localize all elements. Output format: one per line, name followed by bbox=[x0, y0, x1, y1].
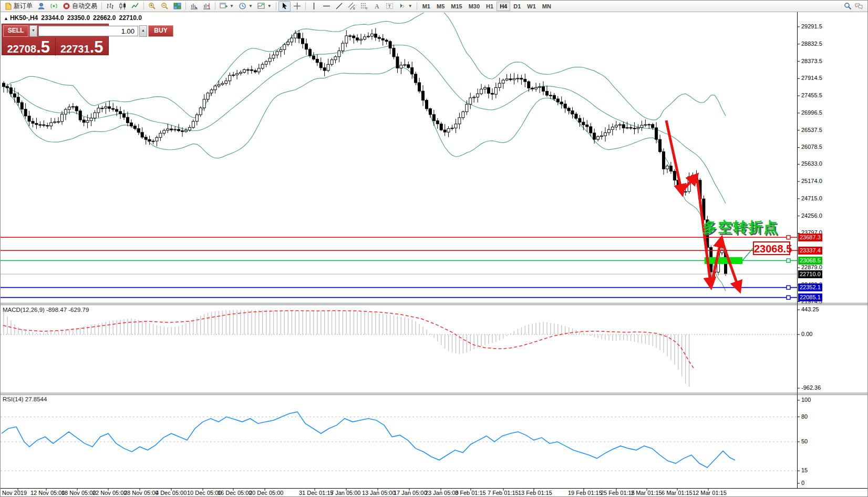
new-order-button[interactable]: 新订单 bbox=[2, 1, 35, 12]
chart-ohlc-header: ▲HK50-,H423344.023350.022662.022710.0 bbox=[4, 14, 145, 22]
time-axis-label: 4 Dec 05:00 bbox=[156, 490, 187, 496]
bar-chart-icon bbox=[106, 2, 114, 10]
channel-tool[interactable]: E bbox=[346, 1, 358, 12]
timeframe-m1[interactable]: M1 bbox=[419, 2, 433, 11]
clock-icon bbox=[239, 2, 246, 10]
signals-icon bbox=[50, 2, 58, 10]
autotrading-icon bbox=[63, 2, 70, 10]
chart-shift-button[interactable] bbox=[201, 1, 213, 12]
horizontal-line-icon bbox=[323, 2, 330, 10]
axis-tick-label: 25174.0 bbox=[801, 178, 822, 184]
collapse-arrow-icon[interactable]: ▲ bbox=[4, 16, 8, 21]
horizontal-line-object[interactable] bbox=[1, 249, 797, 252]
axis-tick-label: 27455.5 bbox=[801, 92, 822, 98]
candlestick-series bbox=[3, 28, 727, 278]
auto-scroll-icon bbox=[190, 2, 198, 10]
horizontal-line-object[interactable] bbox=[1, 259, 797, 262]
new-order-icon bbox=[4, 2, 12, 10]
main-price-panel bbox=[3, 8, 727, 291]
autotrading-button[interactable]: 自动交易 bbox=[60, 1, 99, 12]
chat-icon[interactable] bbox=[855, 2, 863, 10]
axis-tick-label: 22879.0 bbox=[801, 264, 822, 270]
bar-chart-mode-button[interactable] bbox=[104, 1, 116, 12]
axis-tick-label: 28373.5 bbox=[801, 58, 822, 64]
timeframe-m30[interactable]: M30 bbox=[466, 2, 483, 11]
svg-text:F: F bbox=[366, 7, 368, 10]
volume-input[interactable] bbox=[38, 26, 138, 36]
timeframe-d1[interactable]: D1 bbox=[510, 2, 524, 11]
timeframe-m5[interactable]: M5 bbox=[433, 2, 448, 11]
main-toolbar: 新订单 自动交易 bbox=[1, 1, 867, 12]
new-chart-button[interactable]: ▼ bbox=[218, 1, 236, 12]
bollinger-middle-band bbox=[4, 45, 726, 204]
zoom-in-button[interactable] bbox=[146, 1, 158, 12]
arrows-tool[interactable]: ▼ bbox=[396, 1, 415, 12]
signals-button[interactable] bbox=[48, 1, 60, 12]
horizontal-line-object[interactable] bbox=[1, 286, 797, 289]
buy-price[interactable]: 22731.5 bbox=[56, 38, 109, 56]
sell-button[interactable]: SELL bbox=[3, 25, 28, 37]
fibonacci-tool[interactable]: F bbox=[358, 1, 370, 12]
timeframe-m15[interactable]: M15 bbox=[448, 2, 465, 11]
time-axis-label: Nov 2019 bbox=[2, 490, 27, 496]
price-axis-label: 23068.5 bbox=[798, 257, 822, 265]
trendline-tool[interactable] bbox=[333, 1, 345, 12]
text-tool[interactable]: A bbox=[371, 1, 383, 12]
chart-canvas bbox=[1, 1, 868, 497]
timeframe-w1[interactable]: W1 bbox=[524, 2, 539, 11]
axis-tick-label: 100 bbox=[801, 397, 811, 403]
high-value: 23350.0 bbox=[67, 14, 90, 22]
toolbar-separator bbox=[101, 2, 102, 10]
autotrading-label: 自动交易 bbox=[72, 2, 97, 11]
text-label-tool[interactable]: T bbox=[384, 1, 396, 12]
trendline-icon bbox=[335, 2, 343, 10]
horizontal-line-object[interactable] bbox=[1, 236, 797, 239]
time-axis-label: 20 Dec 05:00 bbox=[249, 490, 283, 496]
timeframe-h4[interactable]: H4 bbox=[497, 2, 510, 11]
volume-decrease-button[interactable]: ▼ bbox=[29, 25, 37, 37]
arrows-icon bbox=[398, 2, 406, 10]
vertical-line-tool[interactable] bbox=[308, 1, 320, 12]
time-axis-label: 3 Feb 01:15 bbox=[455, 490, 486, 496]
time-axis-label: 31 Dec 01:15 bbox=[299, 490, 333, 496]
dropdown-caret: ▼ bbox=[408, 4, 412, 8]
periods-button[interactable]: ▼ bbox=[236, 1, 255, 12]
time-axis-label: 2 Mar 01:15 bbox=[631, 490, 662, 496]
svg-text:A: A bbox=[375, 3, 379, 10]
text-label-icon: T bbox=[386, 2, 394, 10]
time-axis-label: 10 Dec 05:00 bbox=[187, 490, 221, 496]
candlestick-mode-button[interactable] bbox=[117, 1, 129, 12]
axis-tick-label: 26537.5 bbox=[801, 127, 822, 133]
zoom-out-icon bbox=[161, 2, 169, 10]
horizontal-line-tool[interactable] bbox=[321, 1, 333, 12]
price-annotation-box[interactable]: 23068.5 bbox=[753, 241, 790, 255]
annotation-text[interactable]: 多空转折点 bbox=[702, 218, 779, 237]
toolbar-separator bbox=[185, 2, 186, 10]
toolbar-separator bbox=[143, 2, 144, 10]
community-button[interactable] bbox=[35, 1, 47, 12]
support-zone-highlight[interactable] bbox=[705, 257, 742, 264]
line-chart-mode-button[interactable] bbox=[129, 1, 141, 12]
axis-tick-label: 26996.5 bbox=[801, 109, 822, 116]
buy-button[interactable]: BUY bbox=[148, 25, 173, 37]
symbol-search-icon[interactable] bbox=[844, 2, 852, 10]
svg-text:E: E bbox=[353, 7, 355, 10]
auto-scroll-button[interactable] bbox=[188, 1, 200, 12]
tile-windows-icon bbox=[173, 2, 181, 10]
cursor-tool-button[interactable] bbox=[278, 1, 291, 12]
axis-tick-label: 27914.5 bbox=[801, 75, 822, 81]
axis-tick-label: 80 bbox=[801, 413, 808, 420]
volume-increase-button[interactable]: ▲ bbox=[139, 25, 147, 37]
price-axis-label: 22085.1 bbox=[798, 293, 822, 301]
zoom-out-button[interactable] bbox=[159, 1, 171, 12]
horizontal-line-object[interactable] bbox=[1, 296, 797, 299]
sell-price[interactable]: 22708.5 bbox=[2, 38, 55, 56]
axis-tick-label: 0 bbox=[801, 480, 804, 486]
tile-windows-button[interactable] bbox=[171, 1, 183, 12]
text-icon: A bbox=[373, 2, 381, 10]
symbol-name: HK50-,H4 bbox=[10, 14, 38, 22]
timeframe-mn[interactable]: MN bbox=[539, 2, 554, 11]
indicators-button[interactable]: ▼ bbox=[255, 1, 274, 12]
crosshair-tool-button[interactable] bbox=[291, 1, 303, 12]
timeframe-h1[interactable]: H1 bbox=[483, 2, 497, 11]
